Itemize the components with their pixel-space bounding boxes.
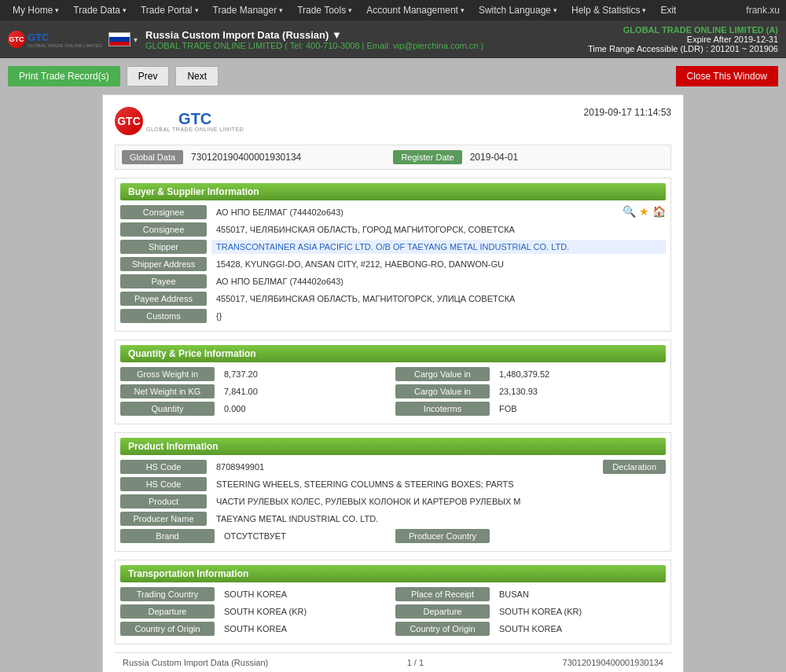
net-weight-value: 7,841.00 bbox=[219, 384, 391, 398]
print-button-top[interactable]: Print Trade Record(s) bbox=[8, 66, 120, 86]
account-name: GLOBAL TRADE ONLINE LIMITED (A) bbox=[588, 25, 778, 35]
departure-label-1: Departure bbox=[120, 604, 215, 619]
product-row: Product ЧАСТИ РУЛЕВЫХ КОЛЕС, РУЛЕВЫХ КОЛ… bbox=[120, 494, 666, 509]
consignee-value-1: АО НПО БЕЛМАГ (744402о643) bbox=[211, 205, 615, 219]
brand-value: ОТСУТСТВУЕТ bbox=[219, 529, 391, 543]
customs-value: {} bbox=[211, 309, 666, 323]
trading-country-label: Trading Country bbox=[120, 587, 215, 601]
incoterms-label: Incoterms bbox=[395, 402, 490, 416]
payee-row: Payee АО НПО БЕЛМАГ (744402о643) bbox=[120, 274, 666, 288]
global-data-row: Global Data 730120190400001930134 Regist… bbox=[115, 145, 671, 170]
nav-accountmgmt[interactable]: Account Management▾ bbox=[360, 0, 471, 20]
register-date-value: 2019-04-01 bbox=[470, 152, 664, 163]
top-toolbar: Print Trade Record(s) Prev Next Close Th… bbox=[8, 66, 778, 86]
hs-code-row-2: HS Code STEERING WHEELS, STEERING COLUMN… bbox=[120, 477, 666, 491]
departure-value-2: SOUTH KOREA (KR) bbox=[494, 604, 666, 619]
logo-area: GTC GTC GLOBAL TRADE ONLINE LIMITED ▾ bbox=[8, 31, 138, 48]
next-button-top[interactable]: Next bbox=[175, 66, 219, 86]
prev-button-top[interactable]: Prev bbox=[127, 66, 170, 86]
buyer-supplier-section: Buyer & Supplier Information Consignee А… bbox=[115, 178, 671, 332]
product-label: Product bbox=[120, 494, 207, 509]
nav-tradetools[interactable]: Trade Tools▾ bbox=[291, 0, 358, 20]
star-icon[interactable]: ★ bbox=[639, 205, 649, 218]
account-info: GLOBAL TRADE ONLINE LIMITED (A) Expire A… bbox=[588, 25, 778, 53]
place-receipt-value: BUSAN bbox=[494, 587, 666, 601]
cargo-value-label-1: Cargo Value in bbox=[395, 367, 490, 381]
nav-tradeportal[interactable]: Trade Portal▾ bbox=[134, 0, 205, 20]
shipper-address-label: Shipper Address bbox=[120, 257, 207, 271]
buyer-supplier-header: Buyer & Supplier Information bbox=[120, 183, 666, 200]
brand-label: Brand bbox=[120, 529, 215, 543]
search-icon[interactable]: 🔍 bbox=[623, 205, 636, 218]
transport-row-2: Departure SOUTH KOREA (KR) Departure SOU… bbox=[120, 604, 666, 619]
shipper-address-row: Shipper Address 15428, KYUNGGI-DO, ANSAN… bbox=[120, 257, 666, 271]
company-contact: GLOBAL TRADE ONLINE LIMITED ( Tel: 400-7… bbox=[145, 41, 580, 50]
producer-name-row: Producer Name TAEYANG METAL INDUSTRIAL C… bbox=[120, 512, 666, 526]
producer-country-label: Producer Country bbox=[395, 529, 490, 543]
nav-trademanager[interactable]: Trade Manager▾ bbox=[207, 0, 290, 20]
payee-address-row: Payee Address 455017, ЧЕЛЯБИНСКАЯ ОБЛАСТ… bbox=[120, 292, 666, 306]
global-data-value: 730120190400001930134 bbox=[191, 152, 385, 163]
incoterms-value: FOB bbox=[494, 402, 666, 416]
cargo-value-label-2: Cargo Value in bbox=[395, 384, 490, 398]
transportation-section: Transportation Information Trading Count… bbox=[115, 560, 671, 644]
product-value: ЧАСТИ РУЛЕВЫХ КОЛЕС, РУЛЕВЫХ КОЛОНОК И К… bbox=[211, 494, 666, 509]
qty-price-header: Quantity & Price Information bbox=[120, 345, 666, 362]
hs-code-value-2: STEERING WHEELS, STEERING COLUMNS & STEE… bbox=[211, 477, 666, 491]
shipper-row: Shipper TRANSCONTAINER ASIA PACIFIC LTD.… bbox=[120, 240, 666, 254]
payee-address-value: 455017, ЧЕЛЯБИНСКАЯ ОБЛАСТЬ, МАГНИТОГОРС… bbox=[211, 292, 666, 306]
quantity-label: Quantity bbox=[120, 402, 215, 416]
consignee-value-2: 455017, ЧЕЛЯБИНСКАЯ ОБЛАСТЬ, ГОРОД МАГНИ… bbox=[211, 222, 666, 237]
producer-name-value: TAEYANG METAL INDUSTRIAL CO. LTD. bbox=[211, 512, 666, 526]
nav-myhome[interactable]: My Home▾ bbox=[6, 0, 65, 20]
global-data-label: Global Data bbox=[122, 150, 183, 164]
record-logo: GTC GTC GLOBAL TRADE ONLINE LIMITED bbox=[115, 107, 244, 135]
hs-code-row-1: HS Code 8708949901 Declaration bbox=[120, 460, 666, 474]
pagination-bar: Russia Custom Import Data (Russian) 1 / … bbox=[115, 652, 671, 672]
shipper-value: TRANSCONTAINER ASIA PACIFIC LTD. O/B OF … bbox=[211, 240, 666, 254]
nav-switchlang[interactable]: Switch Language▾ bbox=[472, 0, 564, 20]
quantity-price-section: Quantity & Price Information Gross Weigh… bbox=[115, 340, 671, 424]
record-card: GTC GTC GLOBAL TRADE ONLINE LIMITED 2019… bbox=[102, 94, 684, 672]
gross-weight-label: Gross Weight in bbox=[120, 367, 215, 381]
producer-name-label: Producer Name bbox=[120, 512, 207, 526]
brand-producer-row: Brand ОТСУТСТВУЕТ Producer Country bbox=[120, 529, 666, 543]
gtc-logo: GTC GTC GLOBAL TRADE ONLINE LIMITED bbox=[8, 31, 102, 48]
net-weight-label: Net Weight in KG bbox=[120, 384, 215, 398]
nav-helpstats[interactable]: Help & Statistics▾ bbox=[565, 0, 652, 20]
close-button-top[interactable]: Close This Window bbox=[676, 66, 778, 86]
producer-country-value bbox=[494, 534, 666, 538]
nav-tradedata[interactable]: Trade Data▾ bbox=[67, 0, 133, 20]
shipper-label: Shipper bbox=[120, 240, 207, 254]
trading-country-value: SOUTH KOREA bbox=[219, 587, 391, 601]
nav-exit[interactable]: Exit bbox=[654, 0, 682, 20]
consignee-label-1: Consignee bbox=[120, 205, 207, 219]
record-header: GTC GTC GLOBAL TRADE ONLINE LIMITED 2019… bbox=[115, 107, 671, 135]
departure-label-2: Departure bbox=[395, 604, 490, 619]
transport-header: Transportation Information bbox=[120, 565, 666, 582]
header-bar: GTC GTC GLOBAL TRADE ONLINE LIMITED ▾ Ru… bbox=[0, 20, 786, 58]
record-date: 2019-09-17 11:14:53 bbox=[584, 107, 671, 118]
transport-row-1: Trading Country SOUTH KOREA Place of Rec… bbox=[120, 587, 666, 601]
country-origin-label-2: Country of Origin bbox=[395, 622, 490, 636]
cargo-value-1: 1,480,379.52 bbox=[494, 367, 666, 381]
qty-row-3: Quantity 0.000 Incoterms FOB bbox=[120, 402, 666, 416]
russia-flag bbox=[108, 32, 130, 46]
username-display: frank.xu bbox=[746, 5, 780, 16]
payee-label: Payee bbox=[120, 274, 207, 288]
country-origin-value-1: SOUTH KOREA bbox=[219, 622, 391, 636]
account-range: Time Range Accessible (LDR) : 201201 ~ 2… bbox=[588, 44, 778, 53]
country-origin-value-2: SOUTH KOREA bbox=[494, 622, 666, 636]
register-date-label: Register Date bbox=[393, 150, 461, 164]
home-icon[interactable]: 🏠 bbox=[652, 205, 666, 218]
hs-code-value-1: 8708949901 bbox=[211, 460, 598, 474]
consignee-row-1: Consignee АО НПО БЕЛМАГ (744402о643) 🔍 ★… bbox=[120, 205, 666, 219]
customs-label: Customs bbox=[120, 309, 207, 323]
qty-row-1: Gross Weight in 8,737.20 Cargo Value in … bbox=[120, 367, 666, 381]
customs-row: Customs {} bbox=[120, 309, 666, 323]
hs-code-label-1: HS Code bbox=[120, 460, 207, 474]
flag-selector[interactable]: ▾ bbox=[108, 32, 138, 46]
place-receipt-label: Place of Receipt bbox=[395, 587, 490, 601]
product-section: Product Information HS Code 8708949901 D… bbox=[115, 432, 671, 552]
declaration-button[interactable]: Declaration bbox=[603, 460, 666, 474]
